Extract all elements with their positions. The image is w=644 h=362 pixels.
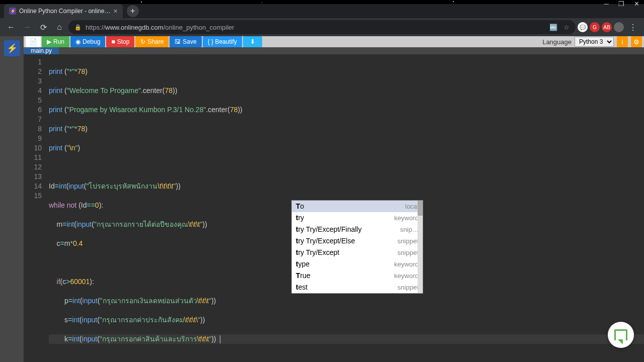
page-content: ⚡ 📄 ▶ Run ◉ Debug ■ Stop ↻ Share 🖫 Save … (0, 36, 644, 362)
autocomplete-item[interactable]: trykeyword (292, 212, 423, 224)
site-logo-icon[interactable]: ⚡ (4, 40, 20, 56)
minimize-button[interactable]: ─ (599, 0, 614, 10)
window-controls: ─ ❐ ✕ (599, 0, 644, 10)
extension-icon[interactable]: G (590, 22, 600, 32)
home-button[interactable]: ⌂ (52, 20, 66, 34)
forward-button[interactable]: → (20, 20, 34, 34)
browser-tab[interactable]: ⚡ Online Python Compiler - online… × (4, 4, 123, 18)
ide-toolbar: 📄 ▶ Run ◉ Debug ■ Stop ↻ Share 🖫 Save { … (24, 36, 644, 47)
language-select[interactable]: Python 3 (575, 37, 614, 47)
ide-main: 📄 ▶ Run ◉ Debug ■ Stop ↻ Share 🖫 Save { … (24, 36, 644, 362)
code-editor[interactable]: 123 456 789 101112 131415 print ("*"*78)… (24, 54, 644, 362)
profile-avatar[interactable] (614, 22, 624, 32)
info-button[interactable]: i (617, 36, 628, 47)
line-gutter: 123 456 789 101112 131415 (24, 54, 46, 362)
bookmark-icon[interactable]: ☆ (564, 24, 570, 31)
autocomplete-item[interactable]: Truekeyword (292, 270, 423, 282)
file-tabs: main.py (24, 47, 644, 54)
run-button[interactable]: ▶ Run (42, 36, 69, 47)
autocomplete-item[interactable]: try Try/Except/Finallysnip… (292, 224, 423, 235)
lock-icon: 🔒 (74, 24, 82, 31)
browser-window: ⚡ Online Python Compiler - online… × + ←… (0, 4, 644, 362)
tab-close-icon[interactable]: × (113, 7, 117, 15)
address-bar[interactable]: 🔒 https://www.onlinegdb.com/online_pytho… (68, 20, 576, 34)
site-sidebar: ⚡ (0, 36, 24, 362)
tab-favicon-icon: ⚡ (9, 8, 16, 15)
autocomplete-item[interactable]: testsnippet (292, 282, 423, 293)
file-tab[interactable]: main.py (24, 47, 59, 54)
autocomplete-item[interactable]: try Try/Exceptsnippet (292, 247, 423, 258)
save-button[interactable]: 🖫 Save (170, 36, 201, 47)
autocomplete-item[interactable]: Tolocal (292, 201, 423, 212)
url-text: https://www.onlinegdb.com/online_python_… (86, 24, 545, 31)
new-file-button[interactable]: 📄 (26, 36, 41, 47)
chat-icon (614, 329, 627, 340)
maximize-button[interactable]: ❐ (614, 0, 629, 10)
nav-bar: ← → ⟳ ⌂ 🔒 https://www.onlinegdb.com/onli… (0, 18, 644, 36)
autocomplete-item[interactable]: try Try/Except/Elsesnippet (292, 235, 423, 247)
back-button[interactable]: ← (4, 20, 18, 34)
language-label: Language (542, 38, 572, 46)
autocomplete-popup[interactable]: Tolocaltrykeywordtry Try/Except/Finallys… (291, 200, 423, 294)
translate-icon[interactable]: 🔤 (549, 24, 557, 31)
stop-button[interactable]: ■ Stop (106, 36, 134, 47)
text-cursor (220, 335, 220, 343)
new-tab-button[interactable]: + (127, 5, 139, 17)
debug-button[interactable]: ◉ Debug (70, 36, 105, 47)
beautify-button[interactable]: { } Beautify (203, 36, 242, 47)
close-button[interactable]: ✕ (629, 0, 644, 10)
share-button[interactable]: ↻ Share (135, 36, 169, 47)
chat-fab-button[interactable] (608, 322, 634, 348)
menu-button[interactable]: ⋮ (626, 20, 640, 34)
adblock-icon[interactable]: AB (602, 22, 612, 32)
autocomplete-scrollbar[interactable] (418, 201, 423, 293)
tab-bar: ⚡ Online Python Compiler - online… × + (0, 4, 644, 18)
download-button[interactable]: ⬇ (243, 36, 262, 47)
extension-icon[interactable]: 💬 (578, 22, 588, 32)
autocomplete-item[interactable]: typekeyword (292, 258, 423, 270)
reload-button[interactable]: ⟳ (36, 20, 50, 34)
tab-title: Online Python Compiler - online… (19, 8, 110, 15)
settings-button[interactable]: ⚙ (631, 36, 642, 47)
